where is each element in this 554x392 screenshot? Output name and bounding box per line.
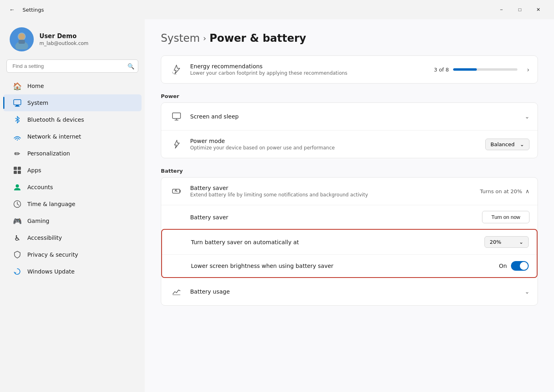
sidebar-item-accounts[interactable]: Accounts: [3, 179, 142, 196]
sidebar-label-bluetooth: Bluetooth & devices: [27, 116, 84, 123]
maximize-button[interactable]: □: [511, 3, 529, 16]
sidebar-item-apps[interactable]: Apps: [3, 162, 142, 179]
screen-sleep-row[interactable]: Screen and sleep ⌄: [161, 103, 538, 130]
breadcrumb: System › Power & battery: [161, 32, 538, 44]
energy-text: Energy recommendations Lower your carbon…: [190, 63, 427, 76]
svg-rect-6: [16, 105, 19, 106]
search-box: 🔍: [6, 59, 138, 73]
battery-usage-title: Battery usage: [190, 288, 518, 295]
update-icon: [13, 267, 22, 276]
battery-usage-icon: [169, 284, 184, 299]
privacy-icon: [13, 250, 22, 259]
power-card: Screen and sleep ⌄ Power mode Optimize y…: [161, 102, 538, 158]
sidebar: User Demo m_lab@outlook.com 🔍 🏠 Home Sys…: [0, 19, 145, 392]
sidebar-nav: 🏠 Home System Bluetooth & devices Netw: [0, 78, 145, 280]
svg-rect-10: [18, 167, 21, 170]
sidebar-item-update[interactable]: Windows Update: [3, 263, 142, 280]
turns-on-text: Turns on at 20%: [480, 188, 522, 194]
power-section-label: Power: [161, 93, 538, 99]
energy-desc: Lower your carbon footprint by applying …: [190, 70, 427, 76]
sidebar-item-privacy[interactable]: Privacy & security: [3, 246, 142, 263]
battery-saver-header[interactable]: Battery saver Extend battery life by lim…: [161, 178, 538, 205]
svg-rect-4: [18, 40, 25, 44]
svg-point-3: [18, 33, 25, 40]
auto-turn-on-chevron: ⌄: [519, 239, 523, 245]
brightness-toggle[interactable]: [511, 261, 529, 271]
power-mode-title: Power mode: [190, 138, 479, 144]
minimize-button[interactable]: −: [492, 3, 511, 16]
app-body: User Demo m_lab@outlook.com 🔍 🏠 Home Sys…: [0, 19, 554, 392]
turn-on-now-button[interactable]: Turn on now: [482, 211, 529, 223]
search-icon: 🔍: [127, 63, 134, 69]
brightness-control: On: [499, 261, 529, 271]
time-icon: [13, 200, 22, 208]
back-button[interactable]: ←: [6, 4, 18, 15]
close-button[interactable]: ✕: [529, 3, 548, 16]
screen-sleep-control: ⌄: [525, 113, 529, 120]
svg-rect-5: [14, 100, 21, 105]
sidebar-item-system[interactable]: System: [3, 94, 142, 111]
search-input[interactable]: [6, 59, 138, 73]
sidebar-label-accounts: Accounts: [27, 184, 53, 190]
power-mode-text: Power mode Optimize your device based on…: [190, 138, 479, 151]
breadcrumb-separator: ›: [203, 33, 206, 43]
home-icon: 🏠: [13, 82, 22, 90]
sidebar-label-privacy: Privacy & security: [27, 251, 78, 258]
battery-saver-icon: [169, 184, 184, 198]
svg-rect-23: [180, 190, 181, 192]
brightness-row: Lower screen brightness when using batte…: [162, 254, 537, 277]
personalization-icon: ✏️: [13, 149, 22, 158]
titlebar: ← Settings − □ ✕: [0, 0, 554, 19]
window-controls: − □ ✕: [492, 3, 548, 16]
auto-turn-on-dropdown[interactable]: 20% ⌄: [484, 236, 529, 248]
battery-saver-text: Battery saver Extend battery life by lim…: [190, 185, 474, 198]
sidebar-item-bluetooth[interactable]: Bluetooth & devices: [3, 111, 142, 128]
sidebar-label-update: Windows Update: [27, 268, 75, 275]
sidebar-label-apps: Apps: [27, 167, 41, 174]
sidebar-label-home: Home: [27, 83, 44, 89]
breadcrumb-parent[interactable]: System: [161, 32, 200, 44]
sidebar-item-gaming[interactable]: 🎮 Gaming: [3, 212, 142, 229]
gaming-icon: 🎮: [13, 216, 22, 225]
energy-icon: [169, 62, 184, 77]
battery-usage-row[interactable]: Battery usage ⌄: [161, 278, 538, 305]
chevron-down-icon: ⌄: [525, 113, 529, 120]
battery-usage-chevron-icon: ⌄: [525, 288, 529, 295]
sidebar-item-personalization[interactable]: ✏️ Personalization: [3, 145, 142, 162]
battery-usage-control: ⌄: [525, 288, 529, 295]
energy-recommendations-card: Energy recommendations Lower your carbon…: [161, 55, 538, 84]
battery-saver-control: Turns on at 20% ∧: [480, 188, 529, 194]
energy-title: Energy recommendations: [190, 63, 427, 69]
power-mode-icon: [169, 137, 184, 151]
brightness-toggle-label: On: [499, 263, 507, 269]
main-content: System › Power & battery Energy recommen…: [145, 19, 554, 392]
apps-icon: [13, 166, 22, 175]
sidebar-label-gaming: Gaming: [27, 218, 49, 224]
chevron-right-icon: ›: [527, 66, 529, 74]
accounts-icon: [13, 183, 22, 192]
battery-saver-sub-label: Battery saver: [190, 214, 482, 220]
auto-turn-on-label: Turn battery saver on automatically at: [191, 239, 484, 245]
power-mode-dropdown[interactable]: Balanced ⌄: [485, 139, 529, 150]
brightness-toggle-wrap: On: [499, 261, 529, 271]
energy-recommendations-row[interactable]: Energy recommendations Lower your carbon…: [161, 56, 538, 83]
user-name: User Demo: [39, 33, 88, 40]
sidebar-item-accessibility[interactable]: ♿ Accessibility: [3, 229, 142, 246]
avatar: [10, 27, 34, 51]
auto-turn-on-row: Turn battery saver on automatically at 2…: [162, 230, 537, 254]
svg-rect-7: [15, 106, 20, 107]
progress-track: [453, 68, 517, 71]
network-icon: [13, 132, 22, 141]
chevron-up-icon: ∧: [525, 188, 529, 194]
sidebar-item-home[interactable]: 🏠 Home: [3, 78, 142, 94]
sidebar-item-network[interactable]: Network & internet: [3, 128, 142, 145]
brightness-label: Lower screen brightness when using batte…: [191, 263, 499, 269]
power-mode-row[interactable]: Power mode Optimize your device based on…: [161, 130, 538, 158]
user-section: User Demo m_lab@outlook.com: [0, 19, 145, 59]
battery-saver-highlight-box: Turn battery saver on automatically at 2…: [161, 229, 538, 278]
sidebar-item-time[interactable]: Time & language: [3, 196, 142, 212]
sidebar-label-time: Time & language: [27, 201, 75, 207]
power-mode-chevron: ⌄: [520, 141, 524, 147]
bluetooth-icon: [13, 115, 22, 124]
power-mode-control: Balanced ⌄: [485, 139, 529, 150]
